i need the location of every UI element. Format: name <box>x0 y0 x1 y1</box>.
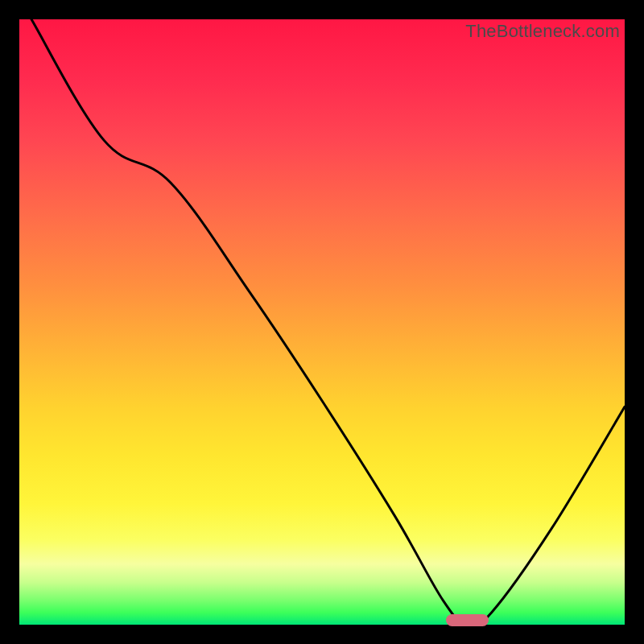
bottleneck-curve <box>19 19 625 625</box>
chart-frame: TheBottleneck.com <box>19 19 625 625</box>
optimal-marker <box>446 614 489 626</box>
watermark-text: TheBottleneck.com <box>465 21 620 42</box>
